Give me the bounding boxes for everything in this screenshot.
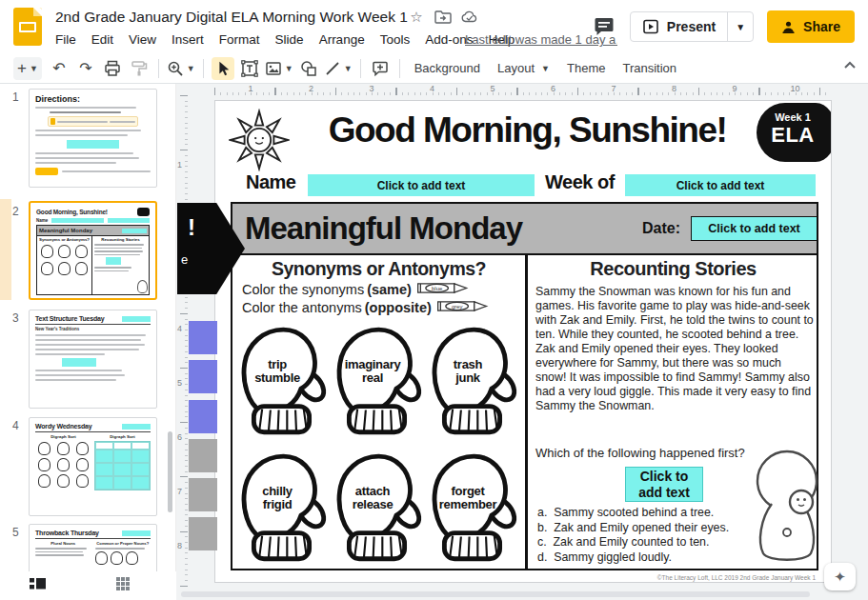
- layout-button[interactable]: Layout▼: [489, 57, 558, 79]
- comments-icon[interactable]: [592, 14, 616, 39]
- grid-view-icon[interactable]: [115, 576, 131, 595]
- column-divider: [525, 255, 528, 569]
- cloud-saved-icon[interactable]: [461, 9, 478, 26]
- present-icon: [642, 18, 659, 35]
- slide-canvas[interactable]: Good Morning, Sunshine! Week 1 ELA Name …: [214, 100, 832, 583]
- mitten[interactable]: chillyfrigid: [235, 445, 328, 567]
- insert-image-button[interactable]: ▼: [265, 57, 293, 80]
- thumb5-left-heading: Plural Nouns: [35, 541, 91, 546]
- insert-shape-button[interactable]: [297, 57, 320, 80]
- redo-button[interactable]: ↷: [74, 57, 97, 80]
- mitten-words: trashjunk: [426, 358, 510, 386]
- purple-square-3[interactable]: [189, 400, 217, 433]
- slide-1-thumbnail[interactable]: Directions:: [29, 89, 157, 188]
- present-dropdown-caret[interactable]: ▼: [727, 12, 753, 41]
- slide-title[interactable]: Good Morning, Sunshine!: [287, 110, 768, 150]
- print-button[interactable]: [101, 57, 124, 80]
- thumb2-right-heading: Recounting Stories: [94, 237, 147, 242]
- transition-button[interactable]: Transition: [614, 57, 685, 79]
- filmstrip-scrollbar[interactable]: [168, 431, 172, 512]
- answer-option: c. Zak and Emily counted to ten.: [537, 535, 757, 550]
- zoom-button[interactable]: ▼: [167, 57, 195, 80]
- slide-2-thumbnail[interactable]: Good Morning, Sunshine! Name Meaningful …: [29, 201, 157, 300]
- slide-3-number: 3: [12, 311, 19, 325]
- horizontal-scrollbar[interactable]: [181, 591, 810, 597]
- answer-option: d. Sammy giggled loudly.: [537, 550, 757, 566]
- new-slide-button[interactable]: +▼: [13, 57, 42, 80]
- menu-tools[interactable]: Tools: [373, 30, 418, 50]
- share-button[interactable]: Share: [767, 10, 855, 43]
- horizontal-ruler: [214, 84, 832, 95]
- slide-2-number: 2: [12, 205, 19, 218]
- week-badge-line1: Week 1: [757, 111, 829, 123]
- instruction-antonyms: Color the antonyms (opposite) grey: [242, 298, 492, 317]
- gray-square-1[interactable]: [189, 439, 217, 472]
- menu-format[interactable]: Format: [212, 30, 268, 50]
- thumb2-left-heading: Synonyms or Antonyms?: [39, 237, 90, 242]
- share-person-icon: [781, 20, 796, 34]
- menu-file[interactable]: File: [48, 30, 84, 50]
- thumb5-title: Throwback Thursday: [35, 530, 99, 536]
- thumb1-heading: Directions:: [35, 94, 151, 104]
- name-text-placeholder[interactable]: Click to add text: [308, 174, 535, 196]
- menu-insert[interactable]: Insert: [164, 30, 212, 50]
- mitten[interactable]: forgetremember: [426, 445, 518, 567]
- thumb4-left-heading: Digraph Sort: [35, 434, 91, 439]
- sun-icon: [229, 109, 290, 175]
- text-box-button[interactable]: [238, 57, 261, 80]
- theme-button[interactable]: Theme: [558, 57, 614, 79]
- slide-4-thumbnail[interactable]: Wordy Wednesday Digraph Sort Digraph Sor…: [29, 417, 157, 516]
- mitten[interactable]: imaginaryreal: [331, 318, 423, 440]
- thumb2-banner: Meaningful Monday: [39, 228, 92, 233]
- document-title[interactable]: 2nd Grade January Digital ELA Morning Wo…: [55, 9, 408, 26]
- mitten[interactable]: attachrelease: [331, 445, 423, 567]
- menu-arrange[interactable]: Arrange: [312, 30, 373, 50]
- explore-button[interactable]: ✦: [824, 563, 856, 590]
- hide-menus-chevron-icon[interactable]: [843, 59, 857, 72]
- mitten-words: attachrelease: [331, 485, 414, 512]
- insert-comment-button[interactable]: [369, 57, 392, 80]
- menu-slide[interactable]: Slide: [268, 30, 312, 50]
- workspace: 12345678910 12345678 1 2 3 4 5 Direction…: [0, 84, 868, 600]
- share-label: Share: [803, 19, 840, 34]
- answer-text-placeholder[interactable]: Click to add text: [625, 467, 703, 502]
- banner-title: Meaningful Monday: [245, 210, 522, 247]
- blue-crayon-icon: blue: [414, 280, 472, 299]
- paint-format-button[interactable]: [128, 57, 151, 80]
- week-of-text-placeholder[interactable]: Click to add text: [625, 174, 816, 196]
- snowman-illustration: [753, 449, 823, 569]
- slide-3-thumbnail[interactable]: Text Structure Tuesday New Year's Tradit…: [29, 310, 157, 409]
- thumb2-week-badge: [137, 208, 150, 216]
- background-button[interactable]: Background: [406, 57, 489, 79]
- date-label: Date:: [642, 220, 680, 237]
- present-button[interactable]: Present ▼: [630, 11, 754, 42]
- week-ela-badge[interactable]: Week 1 ELA: [757, 103, 832, 162]
- arrow-text-2: e: [181, 252, 188, 267]
- move-folder-icon[interactable]: [434, 9, 452, 26]
- purple-square-2[interactable]: [189, 360, 217, 393]
- slide-filmstrip: 1 2 3 4 5 Directions:: [0, 84, 176, 600]
- mitten[interactable]: trashjunk: [426, 318, 518, 440]
- thumb4-title: Wordy Wednesday: [35, 423, 91, 430]
- gray-square-3[interactable]: [189, 517, 217, 550]
- purple-square-1[interactable]: [189, 321, 217, 354]
- menubar: FileEditViewInsertFormatSlideArrangeTool…: [48, 30, 522, 50]
- answer-option: b. Zak and Emily opened their eyes.: [537, 521, 757, 536]
- title-icons: ☆: [408, 9, 478, 26]
- insert-line-button[interactable]: ▼: [324, 57, 353, 80]
- mitten[interactable]: tripstumble: [235, 318, 328, 440]
- menu-edit[interactable]: Edit: [84, 30, 121, 50]
- undo-button[interactable]: ↶: [48, 57, 71, 80]
- menu-view[interactable]: View: [121, 30, 164, 50]
- present-label: Present: [667, 19, 716, 34]
- gray-square-2[interactable]: [189, 478, 217, 511]
- date-text-placeholder[interactable]: Click to add text: [691, 216, 818, 241]
- present-button-main[interactable]: Present: [631, 12, 727, 41]
- mitten-words: forgetremember: [426, 485, 510, 512]
- select-tool-button[interactable]: [212, 57, 234, 80]
- thumb4-right-heading: Digraph Sort: [94, 434, 151, 439]
- slides-logo-icon[interactable]: [13, 8, 42, 46]
- star-icon[interactable]: ☆: [408, 9, 425, 26]
- filmstrip-view-icon[interactable]: [29, 576, 47, 595]
- answer-options: a. Sammy scooted behind a tree.b. Zak an…: [537, 506, 757, 565]
